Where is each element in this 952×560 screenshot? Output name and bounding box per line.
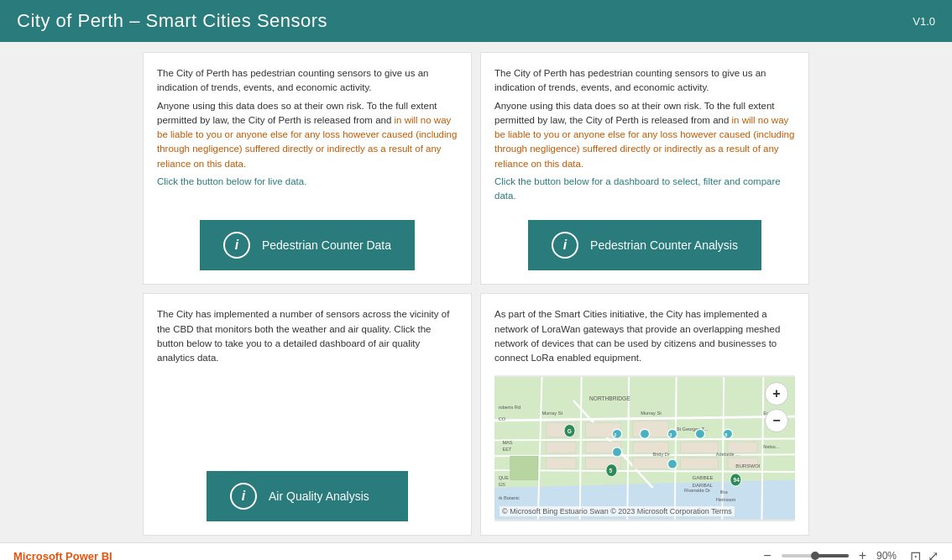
pedestrian-analysis-button[interactable]: i Pedestrian Counter Analysis	[528, 220, 761, 270]
svg-text:Adelaide ...: Adelaide ...	[716, 452, 740, 457]
svg-text:Bridy Dr: Bridy Dr	[652, 452, 669, 457]
card-air-quality-line1: The City has implemented a number of sen…	[157, 307, 458, 365]
svg-text:8: 8	[724, 432, 727, 437]
map-zoom-in-button[interactable]: +	[765, 382, 788, 406]
card-lorawan: As part of the Smart Cities initiative, …	[480, 293, 809, 536]
app-title: City of Perth – Smart Cities Sensors	[17, 10, 327, 32]
svg-text:3: 3	[669, 432, 672, 437]
card-pedestrian-analysis-line1: The City of Perth has pedestrian countin…	[494, 66, 795, 96]
card-pedestrian-data-line1: The City of Perth has pedestrian countin…	[157, 66, 458, 96]
pedestrian-analysis-button-label: Pedestrian Counter Analysis	[590, 238, 738, 252]
app-version: V1.0	[913, 15, 935, 28]
card-pedestrian-analysis: The City of Perth has pedestrian countin…	[480, 52, 809, 285]
card-air-quality: The City has implemented a number of sen…	[143, 293, 472, 536]
svg-text:roberts Rd: roberts Rd	[499, 405, 520, 410]
zoom-in-button[interactable]: +	[855, 548, 870, 560]
zoom-slider-fill	[815, 554, 849, 557]
card-pedestrian-analysis-line2: Anyone using this data does so at their …	[494, 99, 795, 171]
svg-text:NORTHBRIDGE: NORTHBRIDGE	[589, 396, 630, 402]
svg-point-53	[612, 447, 621, 457]
zoom-slider-thumb	[811, 552, 819, 560]
svg-text:Murray St: Murray St	[542, 411, 563, 416]
svg-text:CO: CO	[499, 416, 506, 421]
map-svg: NORTHBRIDGE St Georges T... Murray St Mu…	[494, 375, 795, 521]
svg-text:QUE: QUE	[499, 476, 509, 481]
svg-text:2: 2	[614, 432, 616, 437]
svg-text:GS: GS	[499, 482, 505, 487]
map-attribution: © Microsoft Bing Estuario Swan © 2023 Mi…	[500, 506, 735, 516]
zoom-slider[interactable]	[782, 554, 849, 557]
lorawan-map[interactable]: NORTHBRIDGE St Georges T... Murray St Mu…	[494, 375, 795, 521]
map-zoom-out-button[interactable]: −	[765, 409, 788, 432]
svg-rect-26	[510, 456, 538, 479]
svg-text:MAS: MAS	[502, 440, 512, 445]
svg-point-54	[667, 459, 677, 468]
svg-point-49	[640, 429, 649, 438]
svg-text:BURSWOI: BURSWOI	[735, 463, 760, 469]
info-icon-pedestrian-data: i	[223, 232, 250, 259]
svg-text:rk Botanic: rk Botanic	[499, 495, 520, 500]
svg-text:GABBEE: GABBEE	[693, 475, 714, 481]
svg-rect-22	[633, 458, 668, 468]
card-pedestrian-analysis-button-area: i Pedestrian Counter Analysis	[494, 220, 795, 270]
svg-text:5: 5	[609, 468, 613, 474]
air-quality-button-label: Air Quality Analysis	[269, 489, 369, 503]
zoom-out-button[interactable]: −	[760, 548, 774, 560]
svg-text:Heirisson: Heirisson	[716, 497, 736, 502]
svg-rect-19	[680, 442, 718, 453]
svg-rect-16	[546, 442, 576, 453]
card-air-quality-button-area: i Air Quality Analysis	[157, 471, 458, 521]
svg-text:Nelos...: Nelos...	[763, 444, 780, 449]
zoom-level-label: 90%	[876, 550, 903, 560]
card-lorawan-text: As part of the Smart Cities initiative, …	[494, 307, 795, 369]
main-content: The City of Perth has pedestrian countin…	[0, 42, 952, 542]
svg-text:Riverside Dr: Riverside Dr	[684, 488, 710, 493]
svg-rect-20	[546, 458, 576, 468]
fullscreen-button[interactable]: ⤢	[928, 548, 939, 560]
svg-rect-15	[633, 421, 668, 437]
card-air-quality-text: The City has implemented a number of sen…	[157, 307, 458, 369]
svg-rect-23	[680, 458, 718, 468]
app-header: City of Perth – Smart Cities Sensors V1.…	[0, 0, 952, 42]
card-lorawan-line1: As part of the Smart Cities initiative, …	[494, 307, 795, 365]
card-pedestrian-data-button-area: i Pedestrian Counter Data	[157, 220, 458, 270]
fit-page-button[interactable]: ⊡	[910, 548, 921, 560]
pedestrian-data-button[interactable]: i Pedestrian Counter Data	[200, 220, 415, 270]
card-pedestrian-data: The City of Perth has pedestrian countin…	[143, 52, 472, 285]
card-pedestrian-data-line2: Anyone using this data does so at their …	[157, 99, 458, 171]
power-bi-brand-label: Microsoft Power BI	[13, 550, 112, 560]
air-quality-button[interactable]: i Air Quality Analysis	[207, 471, 408, 521]
card-pedestrian-data-text: The City of Perth has pedestrian countin…	[157, 66, 458, 192]
card-pedestrian-analysis-text: The City of Perth has pedestrian countin…	[494, 66, 795, 207]
card-pedestrian-data-line3: Click the button below for live data.	[157, 175, 458, 189]
svg-text:G: G	[568, 428, 572, 434]
svg-text:94: 94	[734, 478, 740, 484]
svg-text:Murray St: Murray St	[641, 411, 662, 416]
power-bi-brand-link[interactable]: Microsoft Power BI	[13, 550, 112, 560]
pedestrian-data-button-label: Pedestrian Counter Data	[262, 238, 391, 252]
footer-controls: − + 90% ⊡ ⤢	[760, 548, 939, 560]
svg-point-51	[695, 429, 704, 438]
cards-grid: The City of Perth has pedestrian countin…	[143, 52, 809, 536]
map-controls: + −	[765, 382, 788, 432]
app-footer: Microsoft Power BI − + 90% ⊡ ⤢	[0, 542, 952, 560]
svg-text:EET: EET	[502, 447, 512, 452]
card-pedestrian-analysis-line3: Click the button below for a dashboard t…	[494, 175, 795, 204]
info-icon-pedestrian-analysis: i	[552, 232, 578, 259]
svg-text:Ilha: Ilha	[720, 490, 729, 495]
info-icon-air-quality: i	[230, 483, 257, 510]
